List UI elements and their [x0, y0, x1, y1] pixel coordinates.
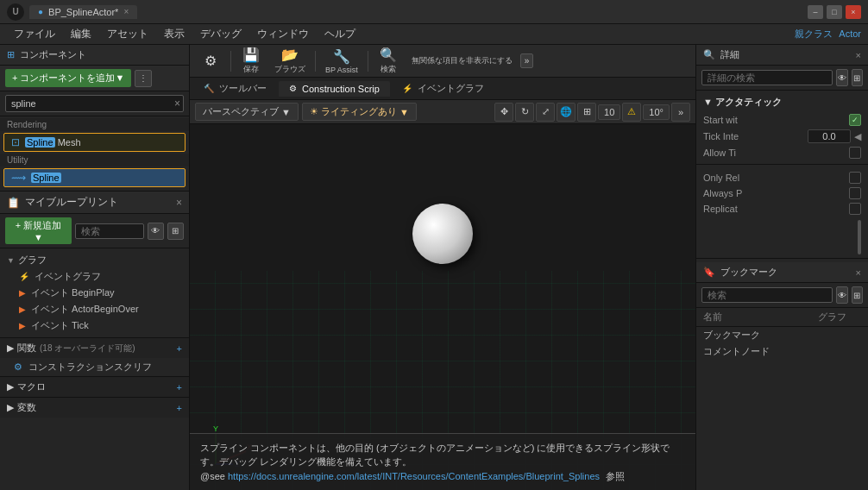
start-with-checkbox[interactable]: ✓ — [849, 114, 861, 126]
search-clear-icon[interactable]: × — [174, 97, 180, 110]
add-variable-icon[interactable]: + — [177, 403, 182, 413]
bookmark-item-1[interactable]: コメントノード — [696, 343, 868, 360]
start-with-label: Start wit — [703, 115, 846, 125]
event-graph-tab-label: イベントグラフ — [418, 82, 484, 95]
parent-class-value[interactable]: Actor — [839, 28, 861, 39]
blueprint-filter-button[interactable]: ⊞ — [167, 223, 184, 240]
maximize-button[interactable]: □ — [827, 5, 842, 19]
perspective-button[interactable]: パースペクティブ ▼ — [195, 103, 299, 121]
replicat-label: Replicat — [703, 204, 846, 214]
tooltip-link[interactable]: https://docs.unrealengine.com/latest/INT… — [228, 471, 600, 481]
scrollbar[interactable] — [858, 220, 861, 254]
spline-mesh-icon: ⊡ — [11, 136, 20, 148]
bp-assist-button[interactable]: 🔧 BP Assist — [320, 47, 363, 76]
title-tab[interactable]: ● BP_SplineActor* × — [29, 5, 137, 19]
utility-group-label: Utility — [0, 154, 189, 166]
new-add-button[interactable]: + 新規追加▼ — [5, 217, 72, 244]
replicat-checkbox[interactable] — [849, 203, 861, 215]
viewport-area[interactable]: X Y Z スプライン コンポーネントは、他の目的 (オブジェクトのアニメーショ… — [190, 124, 695, 490]
minimize-button[interactable]: – — [808, 5, 823, 19]
menu-window[interactable]: ウィンドウ — [250, 25, 316, 43]
add-macro-icon[interactable]: + — [177, 382, 182, 393]
center-panel: ⚙ 💾 保存 📂 ブラウズ 🔧 BP Assist 🔍 検索 無関 — [190, 45, 695, 490]
details-eye-button[interactable]: 👁 — [836, 69, 848, 86]
always-p-checkbox[interactable] — [849, 187, 861, 199]
tick-interval-arrow[interactable]: ◀ — [854, 131, 861, 142]
tab-close-icon[interactable]: × — [123, 7, 129, 16]
viewport-tab-icon: 🔨 — [204, 84, 214, 93]
construction-script-item[interactable]: ⚙ コンストラクションスクリフ — [0, 358, 189, 376]
search-button[interactable]: 🔍 検索 — [373, 45, 404, 77]
menu-help[interactable]: ヘルプ — [318, 25, 362, 43]
variables-section-header[interactable]: ▶ 変数 + — [0, 397, 189, 418]
scale-icon[interactable]: ⤢ — [536, 103, 555, 122]
hide-unrelated-button[interactable]: 無関係な項目を非表示にする — [406, 53, 518, 68]
event-graph-item[interactable]: ⚡ イベントグラフ — [7, 268, 182, 285]
event-tick-item[interactable]: ▶ イベント Tick — [7, 317, 182, 334]
blueprint-panel-title: マイブループリント — [25, 195, 118, 210]
always-p-row: Always P — [703, 185, 861, 201]
add-function-icon[interactable]: + — [177, 343, 182, 354]
bookmarks-eye-button[interactable]: 👁 — [836, 286, 848, 304]
bookmark-pin[interactable]: × — [856, 267, 861, 278]
tab-viewport[interactable]: 🔨 ツールバー — [193, 79, 277, 97]
lighting-button[interactable]: ☀ ライティングあり ▼ — [302, 103, 417, 121]
toolbar-more-button[interactable]: » — [520, 53, 534, 68]
warning-icon[interactable]: ⚠ — [622, 103, 641, 122]
grid-icon[interactable]: ⊞ — [577, 103, 596, 122]
menu-edit[interactable]: 編集 — [64, 25, 98, 43]
toolbar-gear-button[interactable]: ⚙ — [195, 51, 226, 71]
left-panel: ⊞ コンポーネント + コンポーネントを追加▼ ⋮ × Rendering ⊡ … — [0, 45, 190, 490]
rotate-icon[interactable]: ↻ — [515, 103, 534, 122]
allow-tick-checkbox[interactable] — [849, 147, 861, 159]
move-icon[interactable]: ✥ — [494, 103, 513, 122]
actor-begin-icon: ▶ — [19, 305, 26, 314]
menu-debug[interactable]: デバッグ — [193, 25, 248, 43]
rendering-group-label: Rendering — [0, 118, 189, 131]
close-button[interactable]: × — [846, 5, 861, 19]
spline-mesh-item[interactable]: ⊡ Spline Mesh — [3, 133, 186, 152]
browse-button[interactable]: 📂 ブラウズ — [269, 45, 311, 77]
bp-assist-icon: 🔧 — [333, 48, 350, 65]
component-options-button[interactable]: ⋮ — [135, 70, 152, 87]
component-search-input[interactable] — [5, 95, 184, 112]
spline-highlight-text: Spline — [25, 137, 55, 148]
bp-pin-icon[interactable]: × — [176, 197, 182, 209]
event-begin-play-item[interactable]: ▶ イベント BeginPlay — [7, 285, 182, 301]
save-label: 保存 — [243, 64, 259, 75]
details-search-input[interactable] — [701, 70, 833, 85]
details-panel-header: 🔍 詳細 × — [696, 45, 868, 66]
details-filter-button[interactable]: ⊞ — [852, 69, 864, 86]
tab-event-graph[interactable]: ⚡ イベントグラフ — [392, 79, 494, 97]
tab-construction-script[interactable]: ⚙ Construction Scrip — [279, 81, 390, 97]
allow-tick-label: Allow Ti — [703, 148, 846, 158]
world-icon[interactable]: 🌐 — [557, 103, 576, 122]
blueprint-panel: 📋 マイブループリント × + 新規追加▼ 👁 ⊞ ▼ グラフ ⚡ イベントグラ… — [0, 192, 189, 490]
more-icon[interactable]: » — [671, 103, 690, 122]
graph-section-title[interactable]: ▼ グラフ — [7, 252, 182, 268]
blueprint-search-input[interactable] — [75, 223, 144, 239]
spline-item[interactable]: ⟿ Spline — [3, 168, 186, 187]
macro-arrow: ▶ — [7, 381, 14, 393]
blueprint-eye-button[interactable]: 👁 — [148, 223, 164, 240]
spline-highlight-text2: Spline — [31, 173, 61, 183]
tick-interval-value[interactable]: 0.0 — [808, 129, 851, 143]
details-pin[interactable]: × — [856, 50, 861, 60]
functions-section-header[interactable]: ▶ 関数 (18 オーバーライド可能) + — [0, 337, 189, 358]
tab-title: BP_SplineActor* — [48, 7, 118, 17]
bookmark-graph-col: グラフ — [818, 311, 861, 324]
bookmarks-search-input[interactable] — [701, 287, 833, 303]
add-component-button[interactable]: + コンポーネントを追加▼ — [5, 69, 131, 87]
menu-file[interactable]: ファイル — [7, 25, 62, 43]
always-p-label: Always P — [703, 188, 846, 198]
save-button[interactable]: 💾 保存 — [236, 45, 267, 77]
only-rel-checkbox[interactable] — [849, 172, 861, 184]
svg-text:Y: Y — [213, 424, 218, 433]
bookmark-item-0[interactable]: ブックマーク — [696, 327, 868, 343]
bookmarks-filter-button[interactable]: ⊞ — [852, 286, 864, 304]
perspective-arrow: ▼ — [281, 107, 291, 117]
event-actor-begin-over-item[interactable]: ▶ イベント ActorBeginOver — [7, 301, 182, 317]
menu-asset[interactable]: アセット — [100, 25, 155, 43]
macro-section-header[interactable]: ▶ マクロ + — [0, 376, 189, 397]
menu-view[interactable]: 表示 — [157, 25, 192, 43]
